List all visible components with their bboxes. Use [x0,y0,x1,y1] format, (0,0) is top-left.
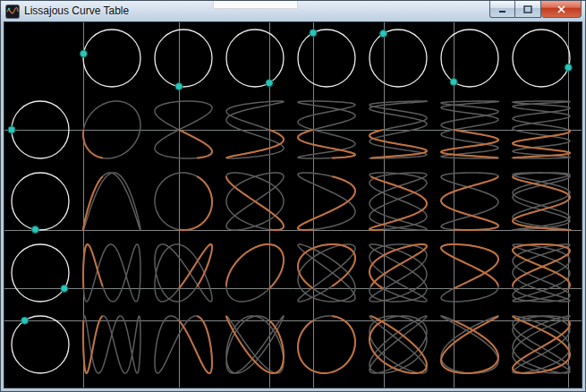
app-window: Lissajous Curve Table [0,0,586,392]
close-button[interactable] [541,1,582,18]
sketch-area [4,21,582,388]
maximize-button[interactable] [515,1,541,18]
minimize-button[interactable] [489,1,515,18]
app-icon [5,4,20,19]
minimize-icon [498,5,507,13]
close-icon [556,5,566,13]
window-controls [489,1,582,18]
window-title: Lissajous Curve Table [24,1,129,21]
window-titlebar[interactable]: Lissajous Curve Table [1,1,585,21]
lissajous-canvas [4,22,582,388]
maximize-icon [523,5,532,13]
background-window-sliver [213,1,298,9]
